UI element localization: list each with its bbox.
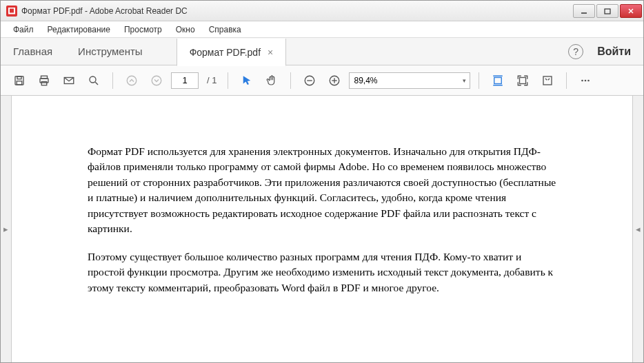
close-tab-icon[interactable]: × [268,47,273,58]
paragraph: Формат PDF используется для хранения эле… [88,144,556,237]
toolbar-separator [479,72,479,89]
menu-view[interactable]: Просмотр [117,22,169,37]
toolbar-separator [290,72,291,89]
document-page: Формат PDF используется для хранения эле… [12,96,632,362]
svg-line-12 [95,82,98,85]
email-icon[interactable] [59,70,79,91]
page-number-input[interactable] [171,72,199,89]
toolbar-separator [566,72,567,89]
svg-point-13 [127,76,137,85]
more-tools-icon[interactable] [575,70,596,91]
fit-width-icon[interactable] [487,70,508,91]
tab-home[interactable]: Главная [1,38,66,65]
close-button[interactable] [620,4,642,18]
print-icon[interactable] [34,70,54,91]
window-controls [572,4,642,18]
svg-point-24 [585,79,587,81]
svg-rect-6 [17,81,22,84]
window-title: Формат PDF.pdf - Adobe Acrobat Reader DC [21,6,572,16]
svg-point-25 [588,79,590,81]
svg-rect-9 [41,81,47,85]
toolbar: / 1 [1,65,643,96]
svg-point-23 [582,79,584,81]
svg-point-11 [90,76,96,83]
content-area: ▸ Формат PDF используется для хранения э… [1,96,643,362]
next-page-icon[interactable] [146,70,167,91]
paragraph: Поэтому существует большое количество ра… [88,249,556,295]
zoom-in-icon[interactable] [324,70,345,91]
menu-file[interactable]: Файл [6,22,41,37]
svg-point-14 [152,76,161,85]
toolbar-separator [228,72,228,89]
app-window: Формат PDF.pdf - Adobe Acrobat Reader DC… [0,0,644,363]
toolbar-separator [112,72,113,89]
app-icon [6,6,17,17]
page-total-label: / 1 [207,75,217,85]
tab-tools[interactable]: Инструменты [66,38,156,65]
document-viewport[interactable]: Формат PDF используется для хранения эле… [12,96,632,362]
svg-rect-20 [494,77,502,83]
help-icon[interactable]: ? [568,44,583,59]
fullscreen-icon[interactable] [537,70,558,91]
svg-rect-5 [17,76,21,79]
fit-page-icon[interactable] [512,70,533,91]
prev-page-icon[interactable] [121,70,142,91]
maximize-button[interactable] [596,4,618,18]
save-icon[interactable] [9,70,30,91]
svg-rect-1 [605,9,610,14]
menu-help[interactable]: Справка [202,22,248,37]
tab-document[interactable]: Формат PDF.pdf × [177,39,287,66]
left-panel-toggle[interactable]: ▸ [1,96,12,362]
zoom-out-icon[interactable] [299,70,320,91]
search-icon[interactable] [83,70,104,91]
login-button[interactable]: Войти [593,45,635,58]
menubar: Файл Редактирование Просмотр Окно Справк… [1,21,643,38]
menu-edit[interactable]: Редактирование [41,22,117,37]
minimize-button[interactable] [573,4,595,18]
selection-tool-icon[interactable] [237,70,257,91]
tab-document-label: Формат PDF.pdf [190,47,261,58]
menu-window[interactable]: Окно [169,22,202,37]
titlebar: Формат PDF.pdf - Adobe Acrobat Reader DC [1,1,643,21]
svg-rect-21 [520,77,526,83]
right-panel-toggle[interactable]: ◂ [632,96,643,362]
tabbar: Главная Инструменты Формат PDF.pdf × ? В… [1,38,643,65]
hand-tool-icon[interactable] [261,70,282,91]
zoom-level-select[interactable] [349,72,470,89]
